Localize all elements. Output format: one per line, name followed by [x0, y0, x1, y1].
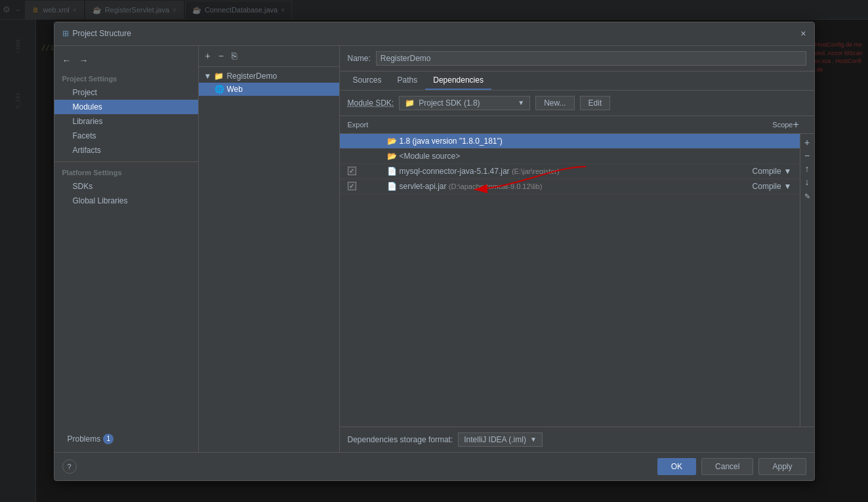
module-tree-item-web[interactable]: 🌐 Web [199, 83, 339, 96]
libraries-label: Libraries [73, 117, 103, 126]
middle-panel: + − ⎘ ▼ 📁 RegisterDemo 🌐 Web [199, 46, 340, 452]
sidebar-item-sdks[interactable]: SDKs [54, 179, 198, 194]
sidebar-item-facets[interactable]: Facets [54, 129, 198, 143]
registerdemo-label: RegisterDemo [226, 72, 277, 81]
modal-overlay: ⊞ Project Structure × ← → Project Settin… [0, 0, 868, 502]
sidebar-item-problems[interactable]: Problems 1 [54, 431, 198, 447]
copy-module-button[interactable]: ⎘ [229, 49, 239, 62]
sdk-select[interactable]: 📁 Project SDK (1.8) ▼ [399, 96, 530, 110]
name-label: Name: [348, 54, 371, 63]
jdk-icon: 📂 [387, 136, 397, 146]
dialog-title-bar: ⊞ Project Structure × [54, 22, 814, 46]
dialog-actions: ? OK Cancel Apply [54, 452, 814, 480]
platform-settings-label: Platform Settings [54, 166, 198, 179]
storage-label: Dependencies storage format: [348, 435, 453, 444]
add-module-button[interactable]: + [203, 49, 213, 62]
dialog-title: ⊞ Project Structure [62, 29, 131, 38]
sdk-label: Module SDK: [348, 98, 394, 108]
module-source-icon: 📂 [387, 152, 397, 161]
deps-row-mysql[interactable]: 📄 mysql-connector-java-5.1.47.jar (E:\ja… [340, 164, 800, 179]
deps-col-export-header: Export [348, 121, 400, 129]
sdk-select-text: Project SDK (1.8) [419, 98, 514, 108]
mysql-scope-dropdown[interactable]: ▼ [784, 167, 792, 176]
deps-edit-button[interactable]: ✎ [802, 192, 813, 201]
ok-button[interactable]: OK [657, 458, 696, 475]
sidebar-item-libraries[interactable]: Libraries [54, 114, 198, 129]
web-label: Web [227, 85, 243, 94]
expand-icon: ▼ [204, 72, 212, 81]
deps-col-scope-header: Scope [728, 121, 793, 129]
deps-scope-mysql: Compile ▼ [726, 167, 792, 176]
storage-select-text: IntelliJ IDEA (.iml) [464, 435, 526, 444]
servlet-jar-icon: 📄 [387, 182, 397, 191]
module-tree: ▼ 📁 RegisterDemo 🌐 Web [199, 67, 339, 452]
name-input[interactable] [376, 51, 806, 66]
deps-table-body: 📂 1.8 (java version "1.8.0_181") 📂 [340, 134, 800, 427]
dialog-title-icon: ⊞ [62, 29, 69, 38]
deps-up-button[interactable]: ↑ [802, 163, 813, 175]
dialog-close-button[interactable]: × [800, 28, 806, 39]
deps-name-servlet: servlet-api.jar (D:\apache-tomcat-9.0.12… [400, 182, 726, 191]
nav-back-button[interactable]: ← [60, 54, 74, 67]
global-libraries-label: Global Libraries [73, 196, 128, 205]
bottom-bar: Dependencies storage format: IntelliJ ID… [340, 427, 814, 452]
deps-down-button[interactable]: ↓ [802, 176, 813, 188]
dialog-body: ← → Project Settings Project Modules Lib… [54, 46, 814, 452]
mysql-jar-icon: 📄 [387, 167, 397, 176]
help-button[interactable]: ? [62, 459, 77, 474]
deps-row-servlet[interactable]: 📄 servlet-api.jar (D:\apache-tomcat-9.0.… [340, 179, 800, 194]
problems-label: Problems [68, 434, 101, 444]
deps-add-header[interactable]: + [793, 119, 806, 131]
modules-label: Modules [73, 102, 102, 112]
deps-remove-button[interactable]: − [802, 150, 813, 161]
module-sdk-bar: Module SDK: 📁 Project SDK (1.8) ▼ New...… [340, 91, 814, 116]
middle-toolbar: + − ⎘ [199, 46, 339, 67]
module-tree-item-registerdemo[interactable]: ▼ 📁 RegisterDemo [199, 70, 339, 83]
registerdemo-folder-icon: 📁 [214, 72, 224, 81]
name-bar: Name: [340, 46, 814, 72]
deps-check-mysql [348, 167, 387, 175]
tab-sources[interactable]: Sources [345, 72, 390, 90]
deps-name-module-source: <Module source> [400, 152, 726, 161]
separator-1 [54, 161, 198, 162]
sidebar-item-project[interactable]: Project [54, 85, 198, 100]
nav-forward-button[interactable]: → [77, 54, 91, 67]
deps-table-wrapper: 📂 1.8 (java version "1.8.0_181") 📂 [340, 134, 814, 427]
deps-check-servlet [348, 182, 387, 190]
mysql-scope-text: Compile [753, 167, 781, 176]
left-panel: ← → Project Settings Project Modules Lib… [54, 46, 199, 452]
apply-button[interactable]: Apply [758, 458, 806, 475]
facets-label: Facets [73, 131, 96, 140]
mysql-checkbox[interactable] [348, 167, 356, 175]
artifacts-label: Artifacts [73, 146, 101, 155]
project-label: Project [73, 88, 97, 97]
problems-badge: 1 [103, 434, 114, 444]
sdk-dropdown-icon: ▼ [518, 99, 524, 106]
deps-row-jdk[interactable]: 📂 1.8 (java version "1.8.0_181") [340, 134, 800, 149]
left-panel-nav: ← → [54, 51, 198, 72]
deps-area: Export Scope + [340, 116, 814, 427]
servlet-scope-dropdown[interactable]: ▼ [784, 182, 792, 191]
deps-add-button[interactable]: + [802, 136, 813, 148]
sdk-new-button[interactable]: New... [535, 96, 574, 110]
sdk-folder-icon: 📁 [405, 98, 415, 108]
tab-dependencies[interactable]: Dependencies [425, 72, 491, 90]
sidebar-item-modules[interactable]: Modules [54, 100, 198, 114]
servlet-checkbox[interactable] [348, 182, 356, 190]
sidebar-item-global-libraries[interactable]: Global Libraries [54, 194, 198, 208]
dialog-title-text: Project Structure [73, 29, 131, 38]
deps-row-module-source[interactable]: 📂 <Module source> [340, 149, 800, 164]
tabs-bar: Sources Paths Dependencies [340, 72, 814, 91]
remove-module-button[interactable]: − [216, 49, 226, 62]
tab-paths[interactable]: Paths [390, 72, 426, 90]
sdks-label: SDKs [73, 182, 93, 191]
cancel-button[interactable]: Cancel [701, 458, 753, 475]
deps-scope-servlet: Compile ▼ [726, 182, 792, 191]
sidebar-item-artifacts[interactable]: Artifacts [54, 143, 198, 157]
deps-right-controls: + − ↑ ↓ ✎ [800, 134, 814, 427]
storage-select[interactable]: IntelliJ IDEA (.iml) ▼ [458, 432, 543, 447]
sdk-edit-button[interactable]: Edit [580, 96, 611, 110]
servlet-scope-text: Compile [753, 182, 781, 191]
storage-dropdown-icon: ▼ [530, 436, 537, 443]
deps-name-mysql: mysql-connector-java-5.1.47.jar (E:\jar\… [400, 167, 726, 176]
